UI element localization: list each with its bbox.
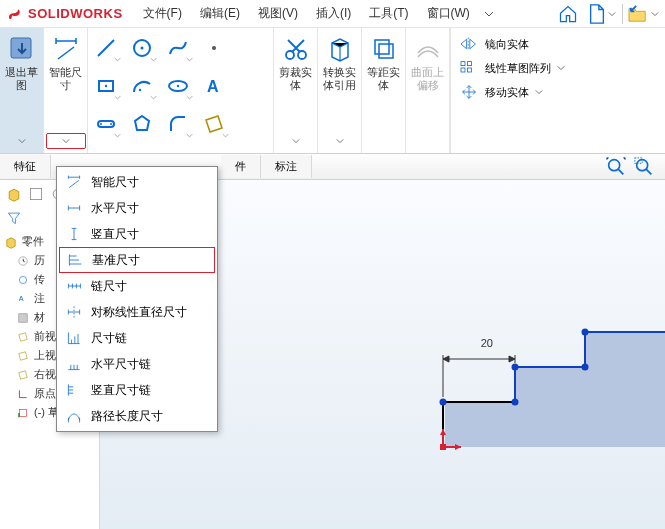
home-button[interactable]	[552, 2, 584, 26]
svg-rect-16	[375, 40, 389, 54]
convert-dropdown[interactable]	[318, 133, 361, 149]
menu-tools[interactable]: 工具(T)	[361, 2, 416, 25]
exit-sketch-button[interactable]: 退出草 图	[0, 28, 44, 153]
pattern-button[interactable]: 线性草图阵列	[455, 58, 661, 78]
point-tool[interactable]	[198, 32, 230, 64]
chevron-down-icon	[608, 10, 616, 18]
chevron-down-icon	[114, 132, 121, 139]
history-icon	[17, 255, 29, 267]
material-icon	[17, 312, 29, 324]
move-icon	[459, 84, 479, 100]
svg-point-35	[512, 364, 519, 371]
trim-button[interactable]: 剪裁实 体	[274, 28, 318, 153]
smart-dimension-icon	[52, 35, 80, 63]
trim-label: 剪裁实 体	[279, 66, 312, 92]
arrange-group: 镜向实体 线性草图阵列 移动实体	[451, 28, 665, 153]
exit-sketch-icon	[8, 35, 36, 63]
svg-text:A: A	[207, 78, 219, 95]
menu-overflow-icon[interactable]	[484, 9, 494, 19]
dd-horiz-label: 水平尺寸	[91, 200, 139, 217]
smart-dimension-button[interactable]: 智能尺 寸	[44, 28, 88, 153]
sketch-tools-group: A	[88, 28, 274, 153]
horiz-ord-icon	[66, 356, 82, 372]
tab-features[interactable]: 特征	[0, 155, 51, 178]
svg-point-5	[105, 85, 107, 87]
ribbon: 退出草 图 智能尺 寸 A 剪裁实 体	[0, 28, 665, 154]
svg-point-37	[582, 329, 589, 336]
text-icon: A	[202, 74, 226, 98]
spline-tool[interactable]	[162, 32, 194, 64]
move-button[interactable]: 移动实体	[455, 82, 661, 102]
dd-vert-ord[interactable]: 竖直尺寸链	[57, 377, 217, 403]
dd-symmetric[interactable]: 对称线性直径尺寸	[57, 299, 217, 325]
dd-smart[interactable]: 智能尺寸	[57, 169, 217, 195]
sketch-geometry	[425, 297, 665, 457]
brand-name: SOLIDWORKS	[28, 6, 123, 21]
dd-horiz-ord[interactable]: 水平尺寸链	[57, 351, 217, 377]
dimension-value[interactable]: 20	[481, 337, 493, 349]
circle-tool[interactable]	[126, 32, 158, 64]
dd-ordinate[interactable]: 尺寸链	[57, 325, 217, 351]
svg-point-2	[141, 47, 144, 50]
pane-config-tab[interactable]	[26, 184, 46, 204]
mirror-button[interactable]: 镜向实体	[455, 34, 661, 54]
sketch-icon	[17, 407, 29, 419]
dd-vert[interactable]: 竖直尺寸	[57, 221, 217, 247]
svg-rect-32	[18, 413, 20, 417]
exit-sketch-label: 退出草 图	[5, 66, 38, 92]
annotation-icon: A	[17, 293, 29, 305]
line-tool[interactable]	[90, 32, 122, 64]
polygon-tool[interactable]	[126, 108, 158, 140]
menu-window[interactable]: 窗口(W)	[419, 2, 478, 25]
open-folder-icon	[627, 5, 649, 23]
origin-icon	[17, 388, 29, 400]
dd-horiz[interactable]: 水平尺寸	[57, 195, 217, 221]
tree-sensors-label: 传	[34, 272, 45, 287]
chevron-down-icon	[292, 137, 300, 145]
dd-chain[interactable]: 链尺寸	[57, 273, 217, 299]
rectangle-tool[interactable]	[90, 70, 122, 102]
trim-dropdown[interactable]	[274, 133, 317, 149]
tab-parts[interactable]: 件	[221, 155, 261, 178]
pane-part-tab[interactable]	[4, 184, 24, 204]
svg-point-3	[212, 46, 216, 50]
plane-tool[interactable]	[198, 108, 230, 140]
separator	[622, 4, 623, 24]
menu-insert[interactable]: 插入(I)	[308, 2, 359, 25]
chevron-down-icon	[222, 132, 229, 139]
new-button[interactable]	[586, 2, 618, 26]
open-button[interactable]	[627, 2, 659, 26]
ellipse-tool[interactable]	[162, 70, 194, 102]
menu-view[interactable]: 视图(V)	[250, 2, 306, 25]
svg-point-6	[139, 89, 141, 91]
svg-rect-17	[379, 44, 393, 58]
menu-file[interactable]: 文件(F)	[135, 2, 190, 25]
convert-button[interactable]: 转换实 体引用	[318, 28, 362, 153]
chevron-down-icon	[557, 64, 565, 72]
dd-baseline[interactable]: 基准尺寸	[59, 247, 215, 273]
dd-baseline-label: 基准尺寸	[92, 252, 140, 269]
svg-point-33	[440, 399, 447, 406]
svg-point-12	[110, 123, 112, 125]
slot-tool[interactable]	[90, 108, 122, 140]
zoom-fit-icon[interactable]	[605, 156, 627, 178]
move-label: 移动实体	[485, 85, 529, 100]
svg-marker-13	[135, 116, 149, 130]
dd-path[interactable]: 路径长度尺寸	[57, 403, 217, 429]
text-tool[interactable]: A	[198, 70, 230, 102]
tab-annotate[interactable]: 标注	[261, 155, 312, 178]
menu-edit[interactable]: 编辑(E)	[192, 2, 248, 25]
offset-button[interactable]: 等距实 体	[362, 28, 406, 153]
smart-dimension-dropdown[interactable]	[46, 133, 86, 149]
fillet-tool[interactable]	[162, 108, 194, 140]
chevron-down-icon	[535, 88, 543, 96]
dimension-dropdown-menu: 智能尺寸 水平尺寸 竖直尺寸 基准尺寸 链尺寸 对称线性直径尺寸 尺寸链 水平尺…	[56, 166, 218, 432]
exit-sketch-dropdown[interactable]	[0, 133, 43, 149]
dd-path-label: 路径长度尺寸	[91, 408, 163, 425]
zoom-area-icon[interactable]	[633, 156, 655, 178]
convert-icon	[326, 35, 354, 63]
svg-rect-20	[461, 68, 465, 72]
baseline-dim-icon	[67, 252, 83, 268]
arc-tool[interactable]	[126, 70, 158, 102]
filter-button[interactable]	[4, 208, 24, 228]
